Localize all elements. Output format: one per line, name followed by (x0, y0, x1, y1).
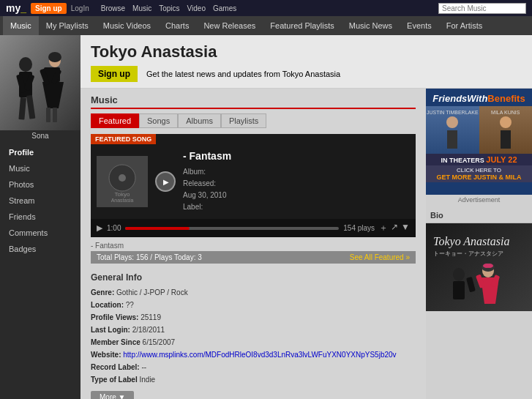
tab-charts[interactable]: Charts (158, 16, 196, 35)
player-time: 1:00 (107, 224, 121, 232)
last-login-line: Last Login: 2/18/2011 (91, 324, 416, 335)
tab-my-playlists[interactable]: My Playlists (39, 16, 96, 35)
tab-music-news[interactable]: Music News (342, 16, 400, 35)
ad-celeb2-head (500, 116, 512, 128)
share-song-button[interactable]: ↗ (391, 222, 398, 234)
ad-celeb1: JUSTIN TIMBERLAKE (426, 106, 479, 154)
svg-point-19 (119, 174, 126, 182)
artist-signup-button[interactable]: Sign up (91, 66, 138, 82)
ad-celeb2-name: MILA KUNIS (491, 110, 520, 115)
sidebar-item-photos[interactable]: Photos (0, 176, 80, 193)
artist-signup-row: Sign up Get the latest news and updates … (91, 66, 522, 82)
ad-july-text: JULY 22 (486, 155, 517, 164)
see-all-featured-link[interactable]: See All Featured » (350, 253, 410, 261)
sidebar-item-profile[interactable]: Profile (0, 144, 80, 160)
ad-cta-line1: CLICK HERE TO (427, 167, 531, 174)
location-label: Location: (91, 301, 124, 309)
featured-label: FEATURED SONG (91, 134, 156, 144)
inner-tab-featured[interactable]: Featured (91, 113, 139, 128)
topnav-login-link[interactable]: LogIn (71, 4, 89, 12)
song-title: - Fantasm (183, 150, 410, 162)
inner-tab-albums[interactable]: Albums (178, 113, 221, 128)
sidebar-nav: Profile Music Photos Stream Friends Comm… (0, 144, 80, 257)
main-content: Tokyo Anastasia Sign up Get the latest n… (80, 35, 532, 399)
music-inner-tabs: Featured Songs Albums Playlists (91, 113, 416, 128)
featured-player: FEATURED SONG Tokyo Anastasia (91, 134, 416, 237)
tab-music-videos[interactable]: Music Videos (96, 16, 158, 35)
site-logo: my_ (6, 2, 26, 14)
more-button[interactable]: More ▼ (91, 391, 134, 399)
play-button[interactable] (155, 171, 176, 192)
artist-header: Tokyo Anastasia Sign up Get the latest n… (80, 35, 532, 89)
website-line: Website: http://www.msplinks.com/MDFodHR… (91, 349, 416, 360)
ad-title: FriendsWithBenefits (426, 89, 532, 106)
tab-new-releases[interactable]: New Releases (196, 16, 263, 35)
bio-image-svg: Tokyo Anastasia トーキョー・アナスタシア (426, 223, 532, 311)
general-info: General Info Genre: Gothic / J-POP / Roc… (91, 269, 416, 399)
topnav-browse[interactable]: Browse (101, 4, 125, 12)
ad-celeb1-head (446, 116, 458, 128)
music-left-panel: Music Featured Songs Albums Playlists FE… (80, 89, 426, 399)
ad-banner[interactable]: FriendsWithBenefits JUSTIN TIMBERLAKE (426, 89, 532, 195)
genre-value: Gothic / J-POP / Rock (116, 288, 188, 297)
member-since-value: 6/15/2007 (143, 338, 176, 346)
sidebar-item-friends[interactable]: Friends (0, 209, 80, 225)
song-label: Label: (183, 201, 410, 213)
last-login-value: 2/18/2011 (132, 326, 165, 334)
sidebar-item-music[interactable]: Music (0, 160, 80, 176)
artist-image-placeholder (0, 35, 80, 130)
topnav-music[interactable]: Music (132, 4, 151, 12)
player-controls: ▶ 1:00 154 plays ＋ ↗ ▼ (91, 219, 416, 237)
player-progress-bar[interactable] (125, 227, 339, 230)
website-label: Website: (91, 351, 121, 359)
more-song-button[interactable]: ▼ (401, 222, 410, 234)
svg-rect-13 (53, 108, 57, 122)
record-label-line: Record Label: -- (91, 362, 416, 373)
tab-featured-playlists[interactable]: Featured Playlists (263, 16, 341, 35)
ad-theaters: IN THEATERS JULY 22 (426, 154, 532, 165)
tab-music[interactable]: Music (3, 16, 39, 35)
topnav-games[interactable]: Games (213, 4, 236, 12)
topnav-links: Browse Music Topics Video Games (101, 4, 236, 12)
member-since-line: Member Since 6/15/2007 (91, 337, 416, 348)
sidebar-item-comments[interactable]: Comments (0, 225, 80, 241)
top-navigation: my_ Sign up LogIn Browse Music Topics Vi… (0, 0, 532, 16)
ad-cta: CLICK HERE TO GET MORE JUSTIN & MILA (426, 165, 532, 182)
song-meta: Album: Released: Aug 30, 2010 Label: (183, 166, 410, 213)
type-of-label-line: Type of Label Indie (91, 374, 416, 385)
tab-for-artists[interactable]: For Artists (439, 16, 490, 35)
svg-point-2 (19, 57, 32, 72)
location-value: ?? (126, 301, 134, 309)
song-album: Album: (183, 166, 410, 178)
music-tab-bar: Music My Playlists Music Videos Charts N… (0, 16, 532, 35)
tab-events[interactable]: Events (400, 16, 439, 35)
ad-celeb-row: JUSTIN TIMBERLAKE MILA KUNIS (426, 106, 532, 154)
ad-celeb2-body (501, 130, 511, 149)
add-song-button[interactable]: ＋ (379, 222, 388, 234)
left-sidebar: Sona Profile Music Photos Stream Friends… (0, 35, 80, 399)
topnav-topics[interactable]: Topics (159, 4, 179, 12)
member-since-label: Member Since (91, 338, 141, 346)
ad-theaters-text: IN THEATERS (441, 157, 484, 164)
album-art: Tokyo Anastasia (97, 156, 148, 207)
ad-celeb1-name: JUSTIN TIMBERLAKE (427, 110, 479, 115)
svg-point-31 (486, 264, 493, 268)
bio-image[interactable]: Tokyo Anastasia トーキョー・アナスタシア (426, 223, 532, 311)
inner-tab-songs[interactable]: Songs (139, 113, 178, 128)
svg-text:トーキョー・アナスタシア: トーキョー・アナスタシア (433, 250, 503, 257)
sidebar-item-stream[interactable]: Stream (0, 193, 80, 209)
topnav-video[interactable]: Video (187, 4, 206, 12)
record-label-label: Record Label: (91, 363, 140, 371)
player-play-button[interactable]: ▶ (97, 223, 102, 233)
ad-with-text: With (467, 93, 487, 104)
profile-views-line: Profile Views: 25119 (91, 312, 416, 323)
ad-celeb1-person: JUSTIN TIMBERLAKE (426, 106, 479, 154)
artist-name: Tokyo Anastasia (91, 42, 522, 61)
sidebar-item-badges[interactable]: Badges (0, 241, 80, 257)
bio-section: Bio Tokyo Anastasia (426, 208, 532, 311)
website-value[interactable]: http://www.msplinks.com/MDFodHRleOI8vd3d… (123, 351, 396, 359)
search-input[interactable] (438, 3, 526, 14)
album-art-svg: Tokyo Anastasia (97, 156, 148, 207)
topnav-signup-button[interactable]: Sign up (31, 3, 67, 14)
inner-tab-playlists[interactable]: Playlists (221, 113, 266, 128)
